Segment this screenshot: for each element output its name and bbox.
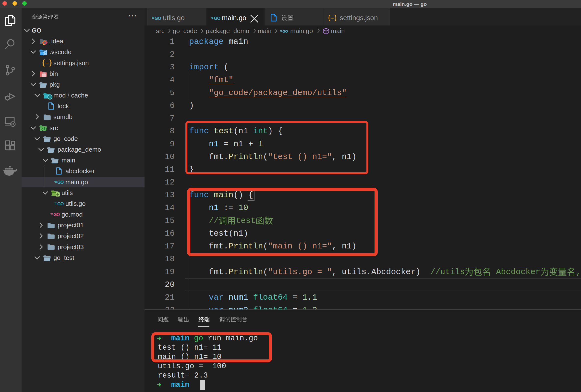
svg-text:GO: GO bbox=[214, 16, 220, 21]
svg-text:GO: GO bbox=[282, 29, 288, 33]
svg-text:GO: GO bbox=[154, 16, 161, 21]
